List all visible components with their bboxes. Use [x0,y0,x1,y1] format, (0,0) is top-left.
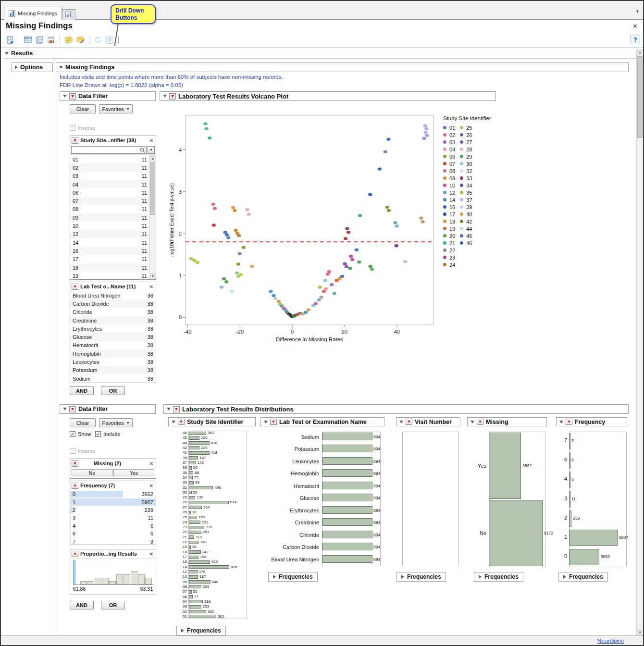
journal-icon[interactable] [35,36,44,44]
legend-entry[interactable]: 16 [443,203,455,211]
legend-entry[interactable]: 19 [443,225,455,232]
filter-list-row[interactable]: 0111 [70,155,149,163]
export-report-icon[interactable] [6,36,14,44]
legend-entry[interactable]: 06 [443,153,455,160]
bar[interactable] [189,511,191,514]
filter-list-row[interactable]: 1711 [70,255,149,263]
legend-entry[interactable]: 35 [460,189,472,196]
data-table-icon[interactable] [24,36,32,44]
filter-list-row[interactable]: 46 [70,522,156,530]
annotate-icon[interactable] [76,36,85,44]
inverse-checkbox[interactable] [70,125,75,131]
data-point[interactable] [222,277,226,280]
drill-down-filter-icon[interactable] [105,36,114,44]
bar[interactable] [322,494,372,501]
data-point[interactable] [384,150,387,153]
filter-list-row[interactable]: 66 [70,530,156,537]
dist-visit-header[interactable]: Visit Number [396,417,460,426]
disclosure-closed-icon[interactable] [273,575,276,579]
data-point[interactable] [226,236,230,239]
legend-entry[interactable]: 46 [460,239,472,247]
data-point[interactable] [358,214,362,217]
data-point[interactable] [230,290,234,293]
data-point[interactable] [423,131,427,134]
site-search-input[interactable] [71,146,147,154]
frequency-frequencies-toggle[interactable]: Frequencies [558,572,608,582]
bar[interactable] [189,600,203,603]
menu-icon[interactable] [72,284,78,290]
legend-entry[interactable]: 22 [443,247,455,254]
bar[interactable] [189,501,229,504]
data-point[interactable] [203,122,207,125]
menu-icon[interactable] [178,419,185,425]
lab-frequencies-toggle[interactable]: Frequencies [268,572,318,582]
filter-list-row[interactable]: 1611 [70,247,149,255]
legend-entry[interactable]: 08 [443,167,455,174]
filter-list-row[interactable]: Erythrocytes38 [70,324,156,333]
data-point[interactable] [423,124,427,127]
data-point[interactable] [370,268,374,271]
bar[interactable] [189,590,192,594]
filter-list-row[interactable]: 0611 [70,188,149,197]
disclosure-open-icon[interactable] [163,95,167,98]
or-button[interactable]: OR [101,601,125,609]
data-point[interactable] [378,167,382,170]
missing-distribution-chart[interactable]: Yes3662No6172 [472,432,547,568]
data-point[interactable] [421,220,424,223]
data-point[interactable] [273,297,277,300]
disclosure-closed-icon[interactable] [479,575,482,579]
bar[interactable] [189,556,198,559]
data-point[interactable] [318,286,322,288]
filter-list-row[interactable]: Sodium38 [70,374,156,383]
histogram-bar[interactable] [87,581,94,584]
data-point[interactable] [333,292,336,295]
filter-list-row[interactable]: 0411 [70,180,149,188]
filter-list-row[interactable]: 0311 [70,172,149,180]
bar[interactable] [570,549,599,565]
data-point[interactable] [233,209,236,212]
data-point[interactable] [231,206,235,209]
bar[interactable] [322,457,372,465]
bar[interactable] [189,531,201,534]
drill-down-refresh-icon[interactable] [94,36,102,44]
data-point[interactable] [235,272,239,274]
legend-entry[interactable]: 33 [460,174,472,182]
menu-icon[interactable] [69,406,76,412]
bar[interactable] [322,555,372,563]
bar[interactable] [189,560,210,564]
data-point[interactable] [422,137,426,140]
and-button[interactable]: AND [70,601,94,609]
bar[interactable] [189,595,193,598]
bar[interactable] [322,543,372,550]
filter-list-row[interactable]: 1411 [70,238,149,247]
bar[interactable] [189,446,199,449]
distributions-header[interactable]: Laboratory Test Results Distributions [163,404,629,414]
bar[interactable] [189,570,198,573]
bar[interactable] [189,461,196,464]
data-point[interactable] [347,231,350,234]
legend-entry[interactable]: 14 [443,196,455,203]
bar[interactable] [189,491,192,494]
scroll-down-icon[interactable]: ▼ [150,273,156,279]
bar[interactable] [322,531,372,538]
filter-list-row[interactable]: 2239 [70,506,156,514]
data-point[interactable] [385,206,389,209]
scroll-down-icon[interactable]: ▼ [637,629,643,635]
filter-list-row[interactable]: 0811 [70,205,149,213]
legend-entry[interactable]: 10 [443,182,455,189]
missing-filter-header[interactable]: Missing (2) ✕ [70,459,156,468]
filter-list-row[interactable]: Carbon Dioxide38 [70,299,156,308]
menu-icon[interactable] [173,406,180,412]
data-point[interactable] [319,296,323,298]
data-point[interactable] [272,294,275,297]
site-filter-header[interactable]: Study Site...ntifier (38) ✕ [70,136,156,145]
bar[interactable] [189,565,229,569]
frequency-distribution-chart[interactable]: 73664631122391590703662 [561,432,628,568]
tab-missing-findings[interactable]: Missing Findings [4,7,62,20]
bar[interactable] [189,451,210,455]
data-point[interactable] [323,279,327,282]
bar[interactable] [570,433,570,449]
tab-secondary[interactable] [62,9,75,20]
data-point[interactable] [245,208,249,211]
histogram-bar[interactable] [95,578,101,584]
